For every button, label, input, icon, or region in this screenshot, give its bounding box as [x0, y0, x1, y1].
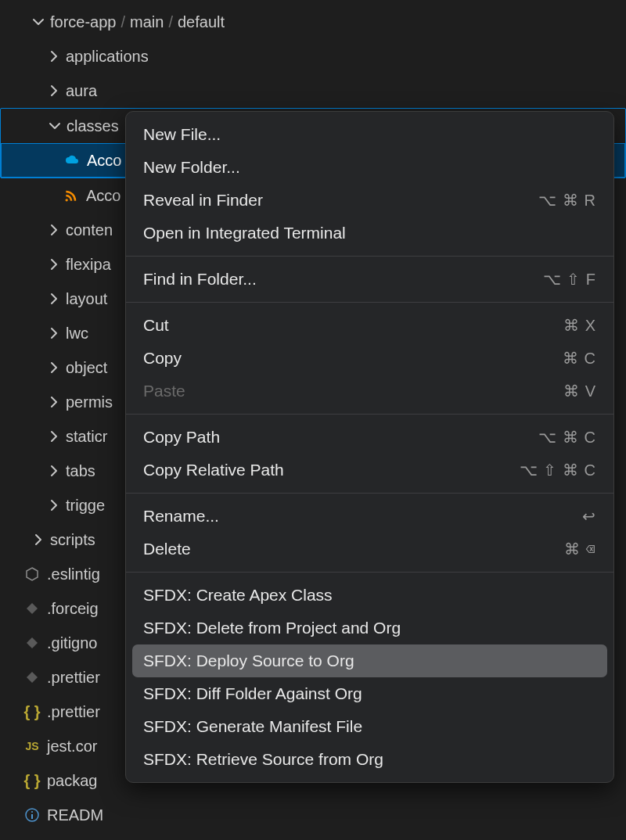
breadcrumb: force-app / main / default: [50, 13, 225, 31]
menu-shortcut: ⌘ V: [563, 382, 596, 400]
file-label: READM: [47, 806, 103, 824]
file-label: Acco: [87, 152, 121, 170]
menu-separator: [126, 414, 613, 415]
menu-shortcut: ⌥ ⇧ F: [543, 270, 596, 289]
menu-label: Copy Relative Path: [143, 461, 284, 479]
menu-item-copy-relative-path[interactable]: Copy Relative Path ⌥ ⇧ ⌘ C: [126, 454, 613, 486]
context-menu: New File... New Folder... Reveal in Find…: [125, 111, 614, 783]
file-label: .gitigno: [47, 634, 98, 652]
menu-label: Delete: [143, 540, 191, 558]
menu-shortcut: ↩: [582, 507, 596, 526]
tree-row-force-app[interactable]: force-app / main / default: [0, 5, 626, 39]
chevron-right-icon: [47, 326, 61, 340]
file-label: Acco: [86, 187, 121, 205]
menu-label: SFDX: Deploy Source to Org: [143, 652, 354, 670]
menu-item-cut[interactable]: Cut ⌘ X: [126, 309, 613, 342]
menu-shortcut: ⌥ ⇧ ⌘ C: [520, 461, 596, 479]
menu-item-sfdx-delete[interactable]: SFDX: Delete from Project and Org: [126, 612, 613, 644]
menu-separator: [126, 493, 613, 494]
menu-item-new-file[interactable]: New File...: [126, 118, 613, 151]
menu-separator: [126, 572, 613, 573]
menu-label: Copy: [143, 349, 182, 368]
breadcrumb-part: default: [178, 13, 225, 31]
menu-item-open-terminal[interactable]: Open in Integrated Terminal: [126, 217, 613, 249]
file-label: jest.cor: [47, 738, 97, 756]
folder-label: layout: [66, 290, 107, 308]
menu-separator: [126, 256, 613, 257]
menu-label: New File...: [143, 125, 221, 144]
breadcrumb-separator: /: [167, 13, 174, 31]
menu-item-sfdx-diff[interactable]: SFDX: Diff Folder Against Org: [126, 677, 613, 710]
menu-item-sfdx-retrieve[interactable]: SFDX: Retrieve Source from Org: [126, 743, 613, 776]
folder-label: scripts: [50, 531, 95, 549]
menu-label: SFDX: Create Apex Class: [143, 586, 333, 605]
menu-item-copy[interactable]: Copy ⌘ C: [126, 342, 613, 375]
menu-label: Rename...: [143, 507, 219, 526]
menu-shortcut: ⌘ X: [563, 316, 596, 335]
info-icon: [23, 806, 41, 824]
tree-row-aura[interactable]: aura: [0, 74, 626, 108]
tree-row-applications[interactable]: applications: [0, 39, 626, 74]
braces-icon: { }: [23, 703, 41, 720]
chevron-right-icon: [47, 292, 61, 306]
menu-item-sfdx-create-apex[interactable]: SFDX: Create Apex Class: [126, 579, 613, 612]
chevron-right-icon: [47, 84, 61, 98]
chevron-right-icon: [31, 533, 45, 547]
chevron-right-icon: [47, 49, 61, 63]
menu-label: SFDX: Diff Folder Against Org: [143, 684, 362, 703]
file-label: .prettier: [47, 669, 100, 687]
folder-label: conten: [66, 221, 113, 239]
menu-label: Copy Path: [143, 428, 220, 447]
braces-icon: { }: [23, 772, 41, 789]
folder-label: flexipa: [66, 256, 111, 274]
menu-item-sfdx-manifest[interactable]: SFDX: Generate Manifest File: [126, 710, 613, 743]
menu-label: SFDX: Delete from Project and Org: [143, 619, 401, 637]
chevron-down-icon: [31, 15, 45, 29]
javascript-icon: JS: [23, 738, 41, 755]
chevron-right-icon: [47, 257, 61, 271]
menu-item-new-folder[interactable]: New Folder...: [126, 151, 613, 184]
salesforce-cloud-icon: [63, 152, 81, 169]
menu-label: SFDX: Generate Manifest File: [143, 717, 362, 736]
rss-icon: [63, 187, 80, 204]
folder-label: object: [66, 359, 107, 377]
breadcrumb-part: main: [130, 13, 164, 31]
chevron-right-icon: [47, 361, 61, 375]
folder-label: tabs: [66, 462, 95, 480]
menu-label: Reveal in Finder: [143, 191, 263, 210]
menu-label: Open in Integrated Terminal: [143, 224, 346, 242]
file-label: packag: [47, 772, 98, 790]
file-label: .eslintig: [47, 565, 100, 583]
tree-row-readme[interactable]: READM: [0, 798, 626, 832]
diamond-icon: [23, 600, 41, 617]
menu-item-delete[interactable]: Delete ⌘ ⌫⌘: [126, 533, 613, 565]
menu-shortcut: ⌘ ⌫⌘: [564, 540, 596, 558]
folder-label: classes: [67, 117, 119, 135]
menu-shortcut: ⌥ ⌘ C: [538, 428, 596, 447]
file-label: .forceig: [47, 600, 99, 618]
chevron-right-icon: [47, 498, 61, 512]
folder-label: applications: [66, 48, 149, 66]
menu-label: Paste: [143, 382, 185, 400]
menu-item-rename[interactable]: Rename... ↩: [126, 500, 613, 533]
menu-label: Find in Folder...: [143, 270, 257, 289]
diamond-icon: [23, 669, 41, 686]
file-label: .prettier: [47, 703, 100, 721]
menu-item-sfdx-deploy[interactable]: SFDX: Deploy Source to Org: [132, 644, 607, 677]
folder-label: permis: [66, 393, 113, 411]
menu-item-reveal-finder[interactable]: Reveal in Finder ⌥ ⌘ R: [126, 184, 613, 217]
menu-item-find-in-folder[interactable]: Find in Folder... ⌥ ⇧ F: [126, 263, 613, 296]
breadcrumb-part: force-app: [50, 13, 117, 31]
folder-label: staticr: [66, 428, 107, 446]
diamond-icon: [23, 634, 41, 652]
chevron-right-icon: [47, 429, 61, 443]
menu-item-copy-path[interactable]: Copy Path ⌥ ⌘ C: [126, 421, 613, 454]
folder-label: aura: [66, 82, 97, 100]
menu-shortcut: ⌥ ⌘ R: [538, 191, 596, 210]
menu-separator: [126, 302, 613, 303]
menu-item-paste: Paste ⌘ V: [126, 375, 613, 407]
chevron-down-icon: [48, 119, 62, 133]
folder-label: trigge: [66, 497, 105, 515]
chevron-right-icon: [47, 395, 61, 409]
breadcrumb-separator: /: [120, 13, 128, 31]
